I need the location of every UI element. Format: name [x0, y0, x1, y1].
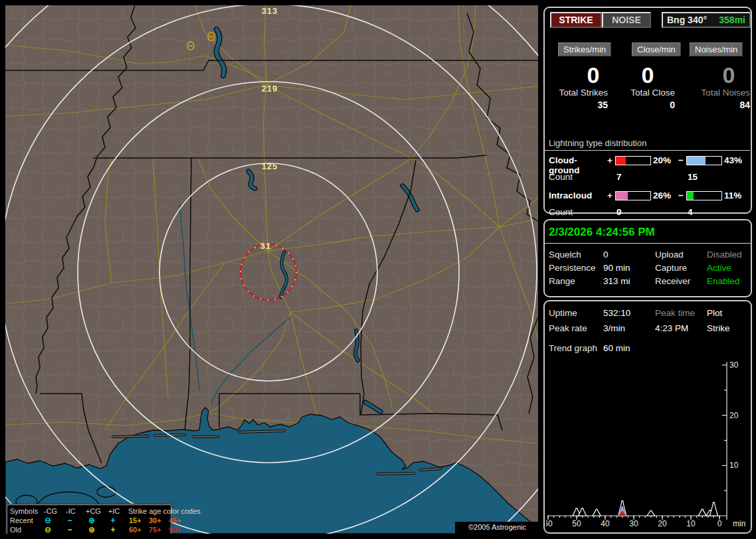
- trend-peak-strikes-total: [709, 502, 717, 516]
- old-nic-icon: −: [64, 525, 76, 534]
- capture-label: Capture: [655, 263, 687, 273]
- plot-mode-label: Plot: [707, 308, 722, 318]
- range-value: 313 mi: [603, 276, 630, 286]
- uptime-value: 532:10: [603, 308, 630, 318]
- status-section: 2/3/2026 4:24:56 PM Squelch 0 Upload Dis…: [543, 219, 752, 297]
- svg-text:30: 30: [729, 360, 739, 370]
- capture-status: Active: [707, 263, 731, 273]
- legend-col-pic: +IC: [108, 506, 120, 516]
- strikes-per-min-value: 0: [570, 62, 616, 88]
- trend-graph-label: Trend graph: [549, 343, 597, 353]
- trend-peak-strikes-total: [593, 509, 601, 516]
- old-pic-icon: +: [107, 525, 119, 534]
- close-per-min-value: 0: [624, 62, 671, 88]
- persistence-value: 90 min: [603, 263, 630, 273]
- map-canvas: 313 219 125 31: [5, 5, 538, 534]
- range-label: Range: [549, 276, 575, 286]
- upload-label: Upload: [655, 250, 684, 260]
- ring-label-31: 31: [260, 241, 271, 251]
- legend-symbols-header: Symbols: [10, 506, 38, 516]
- svg-text:10: 10: [729, 461, 739, 470]
- recent-pic-icon: +: [107, 516, 119, 525]
- svg-text:30: 30: [629, 519, 638, 528]
- peak-rate-value: 3/min: [603, 323, 625, 333]
- svg-text:0: 0: [717, 519, 722, 528]
- peak-rate-label: Peak rate: [549, 323, 587, 333]
- old-ncg-icon: ⊖: [42, 525, 54, 534]
- squelch-label: Squelch: [549, 250, 581, 260]
- ring-label-125: 125: [262, 161, 278, 171]
- noises-per-min-value: 0: [706, 62, 752, 88]
- age-15: 15+: [129, 516, 149, 525]
- legend-age-header: Strike age color codes: [128, 506, 201, 516]
- svg-text:min: min: [733, 519, 745, 528]
- legend-col-pcg: +CG: [86, 506, 101, 516]
- strike-toggle-button[interactable]: STRIKE: [550, 12, 602, 28]
- trend-peak-strikes-total: [698, 509, 706, 516]
- ring-label-219: 219: [262, 84, 278, 94]
- total-strikes: Total Strikes 35: [548, 88, 608, 110]
- svg-text:40: 40: [601, 519, 610, 528]
- legend-col-nic: -IC: [66, 506, 76, 516]
- bearing-range: 358mi: [719, 15, 745, 25]
- total-noises: Total Noises 84: [686, 88, 750, 110]
- svg-text:20: 20: [729, 411, 739, 420]
- age-90: 90+: [169, 525, 189, 534]
- age-30: 30+: [149, 516, 169, 525]
- age-45: 45+: [169, 516, 189, 525]
- bearing-label: Bng 340°: [667, 15, 707, 25]
- old-pcg-icon: ⊕: [86, 525, 98, 534]
- noise-toggle-button[interactable]: NOISE: [602, 12, 651, 28]
- lightning-map[interactable]: 313 219 125 31 Symbols -CG -IC +CG +IC S…: [5, 5, 538, 534]
- legend-row-old: Old: [10, 525, 21, 534]
- recent-pcg-icon: ⊕: [86, 516, 98, 525]
- svg-text:20: 20: [658, 519, 667, 528]
- ring-label-313: 313: [262, 6, 278, 16]
- uptime-label: Uptime: [549, 308, 577, 318]
- age-75: 75+: [149, 525, 169, 534]
- receiver-status: Enabled: [707, 276, 740, 286]
- total-close: Total Close 0: [624, 88, 675, 110]
- trend-graph-window: 60 min: [603, 343, 630, 353]
- peak-time-value: 4:23 PM: [655, 323, 688, 333]
- svg-text:50: 50: [572, 519, 581, 528]
- age-60: 60+: [129, 525, 149, 534]
- peak-time-label: Peak time: [655, 308, 695, 318]
- noises-per-min-chip: Noises/min: [690, 42, 743, 56]
- close-per-min-chip: Close/min: [632, 42, 681, 56]
- distribution-title: Lightning type distribution: [549, 138, 646, 148]
- recent-ncg-icon: ⊖: [42, 516, 54, 525]
- receiver-label: Receiver: [655, 276, 690, 286]
- trend-peak-strikes-total: [579, 508, 587, 516]
- current-datetime: 2/3/2026 4:24:56 PM: [549, 226, 655, 239]
- legend-col-ncg: -CG: [44, 506, 57, 516]
- trend-peak-strikes-total: [647, 510, 655, 516]
- divider: [545, 150, 750, 151]
- ic-positive-bar: [615, 191, 651, 200]
- svg-text:10: 10: [686, 519, 696, 528]
- cg-positive-bar: [615, 156, 651, 165]
- copyright-notice: ©2005 Astrogenic Systems: [455, 522, 538, 534]
- cg-negative-bar: [686, 156, 722, 165]
- ic-negative-bar: [686, 191, 722, 200]
- legend-row-recent: Recent: [10, 516, 33, 525]
- divider: [545, 243, 751, 244]
- strike-trend-chart: 6050403020100min102030: [546, 356, 751, 529]
- svg-text:60: 60: [546, 519, 553, 528]
- trend-section: Uptime 532:10 Peak time Plot Peak rate 3…: [543, 300, 752, 534]
- stats-section: STRIKE NOISE Bng 340° 358mi Strikes/min …: [543, 7, 752, 214]
- squelch-value: 0: [603, 250, 609, 260]
- upload-status: Disabled: [707, 250, 742, 260]
- persistence-label: Persistence: [549, 263, 596, 273]
- plot-mode-value: Strike: [707, 323, 730, 333]
- recent-nic-icon: −: [64, 516, 76, 525]
- symbols-legend: Symbols -CG -IC +CG +IC Strike age color…: [7, 504, 171, 534]
- strikes-per-min-chip: Strikes/min: [558, 42, 611, 56]
- bearing-display: Bng 340° 358mi: [662, 12, 751, 28]
